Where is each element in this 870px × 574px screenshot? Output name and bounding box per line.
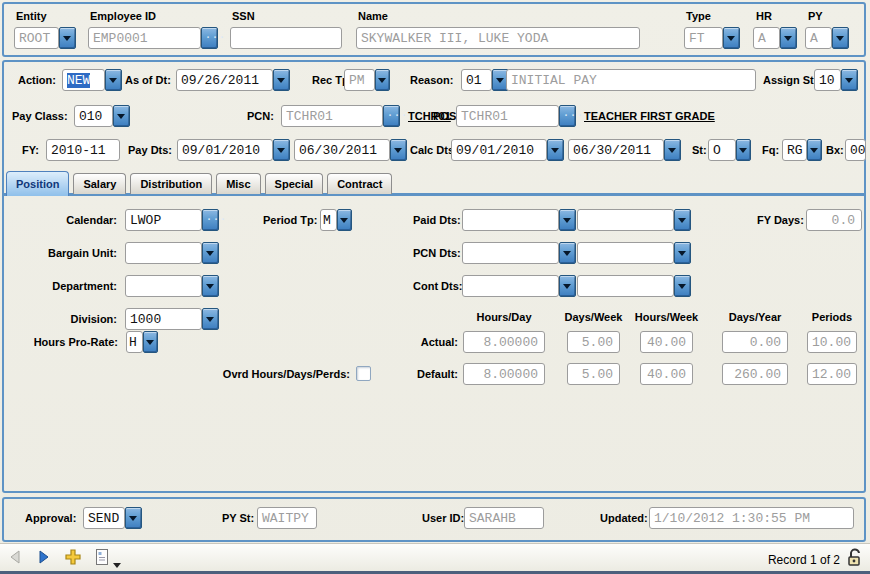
paid-dts-to-field[interactable] xyxy=(577,209,674,231)
ssn-field[interactable] xyxy=(230,27,342,49)
actual-days-year-field: 0.00 xyxy=(722,331,788,353)
name-field: SKYWALKER III, LUKE YODA xyxy=(356,27,640,49)
paid-dts-from-dropdown-button[interactable] xyxy=(559,209,576,231)
py-dropdown-button[interactable] xyxy=(832,27,849,49)
grid-header-hours-day: Hours/Day xyxy=(459,311,549,323)
pcn-dts-to-field[interactable] xyxy=(577,242,674,264)
as-of-dt-field[interactable]: 09/26/2011 xyxy=(176,69,273,91)
grid-header-periods: Periods xyxy=(797,311,867,323)
action-field[interactable]: NEW xyxy=(62,69,105,91)
bargain-unit-field[interactable] xyxy=(125,242,202,264)
grid-header-days-week: Days/Week xyxy=(557,311,630,323)
hr-field: A xyxy=(753,27,780,49)
paid-dts-label: Paid Dts: xyxy=(413,214,461,226)
approval-field[interactable]: SEND xyxy=(83,507,125,529)
py-st-field: WAITPY xyxy=(257,507,317,529)
bx-field[interactable]: 00 xyxy=(845,139,866,161)
department-field[interactable] xyxy=(125,275,202,297)
period-tp-label: Period Tp: xyxy=(263,214,317,226)
department-label: Department: xyxy=(37,280,117,292)
pay-dts-from-dropdown-button[interactable] xyxy=(273,139,290,161)
department-dropdown-button[interactable] xyxy=(202,275,219,297)
user-id-field: SARAHB xyxy=(464,507,544,529)
assign-st-dropdown-button[interactable] xyxy=(841,69,858,91)
type-dropdown-button[interactable] xyxy=(723,27,740,49)
pay-dts-to-field[interactable]: 06/30/2011 xyxy=(294,139,390,161)
options-caret-icon[interactable] xyxy=(113,555,122,573)
hours-pro-rate-field[interactable]: H xyxy=(126,331,143,353)
approval-dropdown-button[interactable] xyxy=(125,507,142,529)
tab-distribution[interactable]: Distribution xyxy=(130,173,212,194)
fy-field[interactable]: 2010-11 xyxy=(46,139,120,161)
st-dropdown-button[interactable] xyxy=(736,139,751,161)
user-id-label: User ID: xyxy=(422,512,464,524)
next-record-icon[interactable] xyxy=(36,549,52,569)
entity-dropdown-button[interactable] xyxy=(59,27,76,49)
name-label: Name xyxy=(358,10,388,22)
division-field[interactable]: 1000 xyxy=(125,308,202,330)
calc-dts-to-dropdown-button[interactable] xyxy=(664,139,681,161)
default-row-label: Default: xyxy=(403,368,458,380)
assign-st-field[interactable]: 10 xyxy=(814,69,841,91)
pay-class-field[interactable]: 010 xyxy=(74,105,113,127)
pcn-dts-from-field[interactable] xyxy=(462,242,559,264)
employee-id-lookup-button[interactable] xyxy=(201,27,218,49)
pay-class-dropdown-button[interactable] xyxy=(113,105,130,127)
updated-field: 1/10/2012 1:30:55 PM xyxy=(649,507,854,529)
tab-position[interactable]: Position xyxy=(6,171,69,196)
tab-misc[interactable]: Misc xyxy=(216,173,260,194)
ovrd-hours-days-perds-checkbox[interactable] xyxy=(356,366,371,381)
pos-link[interactable]: TEACHER FIRST GRADE xyxy=(584,110,715,122)
st-field[interactable]: O xyxy=(708,139,736,161)
cont-dts-from-field[interactable] xyxy=(462,275,559,297)
rec-tp-field: PM xyxy=(344,69,375,91)
status-bar: Record 1 of 2 xyxy=(0,543,870,574)
pcn-lookup-button[interactable] xyxy=(383,105,400,127)
paid-dts-from-field[interactable] xyxy=(462,209,559,231)
fq-field[interactable]: RG xyxy=(782,139,807,161)
tab-salary[interactable]: Salary xyxy=(73,173,126,194)
bx-label: Bx: xyxy=(826,144,844,156)
as-of-dt-dropdown-button[interactable] xyxy=(273,69,290,91)
division-dropdown-button[interactable] xyxy=(202,308,219,330)
tab-contract[interactable]: Contract xyxy=(327,173,392,194)
fq-dropdown-button[interactable] xyxy=(807,139,822,161)
pos-lookup-button[interactable] xyxy=(559,105,576,127)
options-document-icon[interactable] xyxy=(95,548,110,570)
hours-pro-rate-label: Hours Pro-Rate: xyxy=(14,336,118,348)
pay-dts-from-field[interactable]: 09/01/2010 xyxy=(177,139,273,161)
period-tp-field[interactable]: M xyxy=(320,209,337,231)
cont-dts-from-dropdown-button[interactable] xyxy=(559,275,576,297)
action-dropdown-button[interactable] xyxy=(105,69,122,91)
action-label: Action: xyxy=(18,74,56,86)
calc-dts-from-field[interactable]: 09/01/2010 xyxy=(451,139,547,161)
calendar-field[interactable]: LWOP xyxy=(125,209,202,231)
calc-dts-from-dropdown-button[interactable] xyxy=(547,139,564,161)
pcn-dts-from-dropdown-button[interactable] xyxy=(559,242,576,264)
add-record-icon[interactable] xyxy=(64,548,82,570)
previous-record-icon[interactable] xyxy=(8,549,24,569)
default-days-week-field: 5.00 xyxy=(567,363,620,385)
pcn-dts-label: PCN Dts: xyxy=(413,247,461,259)
hours-pro-rate-dropdown-button[interactable] xyxy=(143,331,158,353)
pcn-field: TCHR01 xyxy=(281,105,383,127)
pay-dts-to-dropdown-button[interactable] xyxy=(390,139,407,161)
py-field: A xyxy=(805,27,832,49)
hr-dropdown-button[interactable] xyxy=(780,27,797,49)
actual-row-label: Actual: xyxy=(408,336,458,348)
period-tp-dropdown-button[interactable] xyxy=(337,209,352,231)
bargain-unit-dropdown-button[interactable] xyxy=(202,242,219,264)
fy-days-label: FY Days: xyxy=(757,214,804,226)
tab-special[interactable]: Special xyxy=(265,173,324,194)
paid-dts-to-dropdown-button[interactable] xyxy=(674,209,691,231)
fy-label: FY: xyxy=(22,144,39,156)
pcn-dts-to-dropdown-button[interactable] xyxy=(674,242,691,264)
cont-dts-to-dropdown-button[interactable] xyxy=(674,275,691,297)
rec-tp-dropdown-button[interactable] xyxy=(375,69,390,91)
cont-dts-to-field[interactable] xyxy=(577,275,674,297)
approval-label: Approval: xyxy=(25,512,76,524)
unlocked-padlock-icon xyxy=(846,548,863,571)
calendar-lookup-button[interactable] xyxy=(202,209,219,231)
calc-dts-to-field[interactable]: 06/30/2011 xyxy=(568,139,664,161)
reason-field[interactable]: 01 xyxy=(461,69,492,91)
